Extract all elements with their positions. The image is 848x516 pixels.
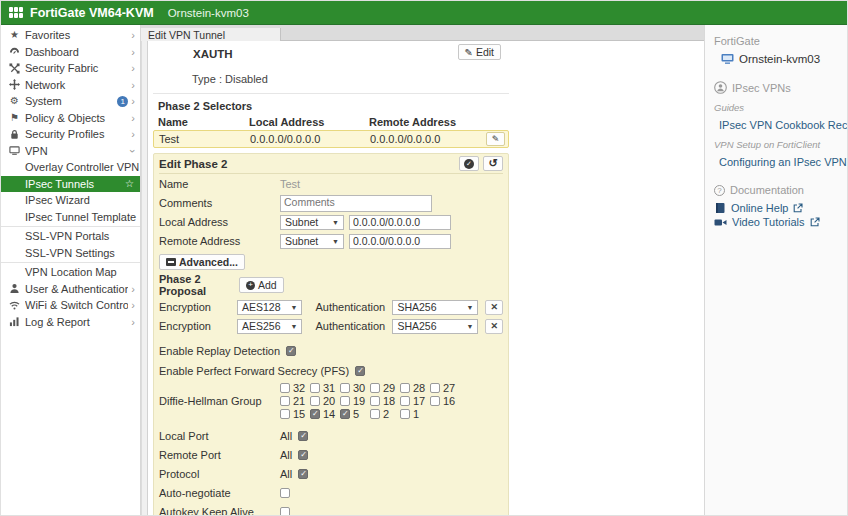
local-port-all-checkbox[interactable] bbox=[298, 431, 308, 441]
sidebar-item-security-fabric[interactable]: Security Fabric› bbox=[1, 60, 140, 77]
selectors-table-header: Name Local Address Remote Address bbox=[158, 116, 509, 128]
dh-checkbox[interactable] bbox=[310, 396, 320, 406]
selector-table-row[interactable]: Test 0.0.0.0/0.0.0.0 0.0.0.0/0.0.0.0 ✎ bbox=[153, 130, 509, 148]
sidebar-item-network[interactable]: Network› bbox=[1, 77, 140, 94]
sidebar-item-policy-objects[interactable]: ⚑ Policy & Objects› bbox=[1, 110, 140, 127]
question-circle-icon: ? bbox=[714, 185, 725, 196]
remove-proposal-button[interactable]: ✕ bbox=[485, 319, 503, 334]
sidebar-item-overlay-controller-vpn[interactable]: Overlay Controller VPN bbox=[1, 159, 140, 176]
wifi-icon bbox=[7, 300, 22, 311]
guide-link-configuring[interactable]: Configuring an IPsec VPN Conne bbox=[714, 156, 848, 168]
ipsec-vpns-title: IPsec VPNs bbox=[732, 82, 791, 94]
divider bbox=[1, 262, 140, 263]
local-address-type-select[interactable]: Subnet▼ bbox=[280, 215, 344, 230]
dh-checkbox[interactable] bbox=[370, 396, 380, 406]
add-proposal-button[interactable]: + Add bbox=[239, 277, 284, 293]
sidebar-item-log-report[interactable]: Log & Report› bbox=[1, 314, 140, 331]
guides-heading: Guides bbox=[714, 102, 848, 113]
dh-checkbox[interactable] bbox=[280, 409, 290, 419]
authentication-select[interactable]: SHA256▼ bbox=[392, 319, 478, 334]
device-group-label: FortiGate bbox=[714, 35, 848, 47]
gear-icon: ⚙ bbox=[7, 96, 22, 106]
sidebar-item-system[interactable]: ⚙ System 1 › bbox=[1, 93, 140, 110]
sidebar-item-user-authentication[interactable]: User & Authentication› bbox=[1, 281, 140, 298]
dh-checkbox[interactable] bbox=[430, 396, 440, 406]
autokey-keepalive-checkbox[interactable] bbox=[280, 507, 290, 516]
replay-detection-checkbox[interactable] bbox=[286, 346, 296, 356]
dh-checkbox[interactable] bbox=[370, 409, 380, 419]
sidebar-item-vpn[interactable]: VPN› bbox=[1, 143, 140, 160]
comments-input[interactable] bbox=[280, 195, 432, 212]
column-remote-address: Remote Address bbox=[369, 116, 469, 128]
xauth-edit-button[interactable]: ✎ Edit bbox=[458, 44, 501, 60]
dh-checkbox[interactable] bbox=[400, 383, 410, 393]
proposal-row: Encryption AES256▼ Authentication SHA256… bbox=[159, 317, 503, 335]
advanced-button[interactable]: Advanced... bbox=[159, 254, 245, 270]
network-icon bbox=[7, 79, 22, 90]
video-tutorials-link[interactable]: Video Tutorials bbox=[714, 216, 848, 228]
pencil-icon: ✎ bbox=[465, 47, 473, 58]
sidebar-item-security-profiles[interactable]: Security Profiles› bbox=[1, 126, 140, 143]
dh-checkbox[interactable] bbox=[340, 383, 350, 393]
local-address-input[interactable] bbox=[349, 215, 451, 230]
dh-checkbox[interactable] bbox=[430, 383, 440, 393]
remove-proposal-button[interactable]: ✕ bbox=[485, 300, 503, 315]
caret-down-icon: ▼ bbox=[466, 304, 473, 311]
proposal-header-row: Phase 2 Proposal + Add bbox=[159, 273, 503, 297]
undo-icon: ↺ bbox=[488, 158, 497, 169]
encryption-select[interactable]: AES128▼ bbox=[237, 300, 303, 315]
chevron-right-icon: › bbox=[131, 112, 135, 124]
phase2-selectors-title: Phase 2 Selectors bbox=[158, 100, 509, 112]
authentication-label: Authentication bbox=[315, 301, 392, 313]
protocol-all-checkbox[interactable] bbox=[298, 469, 308, 479]
all-label: All bbox=[280, 449, 292, 461]
dh-checkbox[interactable] bbox=[310, 383, 320, 393]
main-content: XAUTH ✎ Edit Type : Disabled Phase 2 Sel… bbox=[148, 41, 704, 516]
sidebar-item-wifi-switch-controller[interactable]: WiFi & Switch Controller› bbox=[1, 297, 140, 314]
name-value: Test bbox=[280, 178, 300, 190]
selector-remote-cell: 0.0.0.0/0.0.0.0 bbox=[370, 133, 470, 145]
sidebar-item-sslvpn-portals[interactable]: SSL-VPN Portals bbox=[1, 228, 140, 245]
dh-group-label: Diffie-Hellman Group bbox=[159, 395, 280, 407]
sidebar-item-sslvpn-settings[interactable]: SSL-VPN Settings bbox=[1, 245, 140, 262]
star-outline-icon[interactable]: ☆ bbox=[125, 178, 134, 189]
guide-link-cookbook[interactable]: IPsec VPN Cookbook Recipes bbox=[714, 119, 848, 131]
sidebar-item-ipsec-tunnel-template[interactable]: IPsec Tunnel Template bbox=[1, 209, 140, 226]
dh-checkbox[interactable] bbox=[400, 409, 410, 419]
selector-edit-button[interactable]: ✎ bbox=[486, 132, 505, 146]
name-label: Name bbox=[159, 178, 280, 190]
dh-checkbox[interactable] bbox=[310, 409, 320, 419]
remote-address-type-select[interactable]: Subnet▼ bbox=[280, 234, 344, 249]
remote-address-input[interactable] bbox=[349, 234, 451, 249]
help-panel: FortiGate Ornstein-kvm03 IPsec VPNs Guid… bbox=[704, 25, 848, 516]
bar-chart-icon bbox=[7, 316, 22, 327]
flag-icon: ⚑ bbox=[7, 113, 22, 123]
revert-button[interactable]: ↺ bbox=[483, 156, 503, 171]
device-row[interactable]: Ornstein-kvm03 bbox=[714, 53, 848, 65]
authentication-select[interactable]: SHA256▼ bbox=[392, 300, 478, 315]
dh-checkbox[interactable] bbox=[340, 409, 350, 419]
sidebar-item-ipsec-wizard[interactable]: IPsec Wizard bbox=[1, 192, 140, 209]
sidebar-item-ipsec-tunnels[interactable]: IPsec Tunnels☆ bbox=[1, 176, 140, 193]
dh-checkbox[interactable] bbox=[400, 396, 410, 406]
pfs-checkbox[interactable] bbox=[355, 366, 365, 376]
remote-port-all-checkbox[interactable] bbox=[298, 450, 308, 460]
sidebar-item-vpn-location-map[interactable]: VPN Location Map bbox=[1, 264, 140, 281]
encryption-select[interactable]: AES256▼ bbox=[237, 319, 303, 334]
auto-negotiate-checkbox[interactable] bbox=[280, 488, 290, 498]
dh-checkbox[interactable] bbox=[370, 383, 380, 393]
dh-checkbox[interactable] bbox=[280, 396, 290, 406]
dh-checkbox[interactable] bbox=[340, 396, 350, 406]
chevron-down-icon: › bbox=[127, 149, 139, 153]
dh-checkbox[interactable] bbox=[280, 383, 290, 393]
encryption-label: Encryption bbox=[159, 320, 237, 332]
nav-splitter[interactable] bbox=[141, 41, 148, 516]
local-port-label: Local Port bbox=[159, 430, 280, 442]
documentation-title: Documentation bbox=[730, 184, 804, 196]
sidebar-item-favorites[interactable]: ★ Favorites› bbox=[1, 27, 140, 44]
accept-button[interactable]: ✓ bbox=[459, 156, 479, 171]
chevron-right-icon: › bbox=[131, 62, 135, 74]
online-help-link[interactable]: Online Help bbox=[714, 202, 848, 214]
sidebar-item-dashboard[interactable]: Dashboard› bbox=[1, 44, 140, 61]
caret-down-icon: ▼ bbox=[332, 238, 339, 245]
